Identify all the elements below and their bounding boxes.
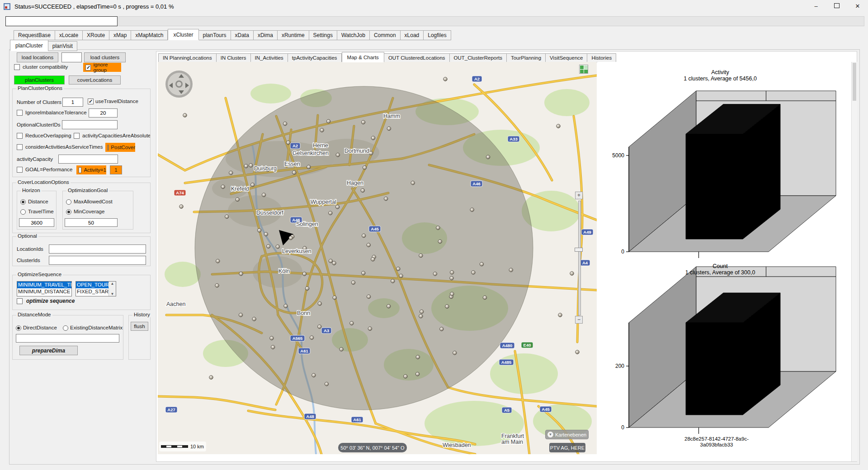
location-marker[interactable] <box>252 317 256 321</box>
location-marker[interactable] <box>419 254 423 257</box>
location-marker[interactable] <box>305 287 309 290</box>
optimize-method-listbox[interactable]: MINIMUM_TRAVEL_TIMINIMUM_DISTANCE <box>17 281 72 296</box>
location-marker[interactable] <box>351 281 355 284</box>
cover-locations-button[interactable]: coverLocations <box>69 75 121 85</box>
minimize-button[interactable]: – <box>806 0 826 13</box>
location-marker[interactable] <box>433 272 437 276</box>
horizon-value-field[interactable] <box>19 218 54 227</box>
goal-performance-checkbox[interactable] <box>17 167 23 173</box>
location-marker[interactable] <box>368 327 372 330</box>
location-marker[interactable] <box>320 128 324 132</box>
location-marker[interactable] <box>472 271 475 274</box>
optional-cluster-ids-field[interactable] <box>62 120 118 129</box>
zoom-in-button[interactable]: + <box>575 192 583 199</box>
tab-xdima[interactable]: xDima <box>254 30 278 40</box>
zoom-out-button[interactable]: − <box>575 316 583 324</box>
tab-plantours[interactable]: planTours <box>199 30 231 40</box>
max-allowed-cost-radio[interactable] <box>66 199 71 205</box>
location-marker[interactable] <box>350 321 354 325</box>
location-marker[interactable] <box>333 296 336 299</box>
zoom-slider-track[interactable] <box>578 201 581 315</box>
location-marker[interactable] <box>367 295 370 298</box>
location-marker[interactable] <box>399 274 403 277</box>
location-marker[interactable] <box>420 310 424 313</box>
activity-eq1-checkbox[interactable] <box>79 167 81 173</box>
use-travel-distance-checkbox[interactable] <box>88 99 94 104</box>
location-marker[interactable] <box>576 350 579 354</box>
map-canvas[interactable]: A74A2A2A33A46A46A45A3A565A61A480E40A485A… <box>158 62 597 454</box>
location-marker[interactable] <box>361 120 365 124</box>
location-marker[interactable] <box>332 261 336 265</box>
scroll-down-icon[interactable]: ▼ <box>111 292 114 296</box>
location-marker[interactable] <box>387 304 391 308</box>
location-marker[interactable] <box>415 372 419 376</box>
tab-out-clusterreports[interactable]: OUT_ClusterReports <box>450 53 507 62</box>
location-marker[interactable] <box>362 271 365 275</box>
location-marker[interactable] <box>183 113 187 117</box>
scrollbar-thumb[interactable] <box>853 63 856 101</box>
location-marker[interactable] <box>221 185 225 188</box>
location-marker[interactable] <box>404 375 407 378</box>
location-marker[interactable] <box>326 119 330 123</box>
location-marker[interactable] <box>450 271 454 274</box>
imbalance-tolerance-field[interactable] <box>89 108 118 118</box>
list-item[interactable]: MINIMUM_TRAVEL_TI <box>17 282 71 288</box>
scroll-up-icon[interactable]: ▲ <box>111 282 114 286</box>
location-marker[interactable] <box>307 165 311 169</box>
ignore-imbalance-checkbox[interactable] <box>17 110 23 116</box>
tab-in-planninglocations[interactable]: IN PlanningLocations <box>158 53 217 62</box>
location-marker[interactable] <box>387 127 391 130</box>
location-marker[interactable] <box>438 240 442 243</box>
prepare-dima-button[interactable]: prepareDima <box>19 346 78 355</box>
load-locations-button[interactable]: load locations <box>17 52 58 62</box>
location-marker[interactable] <box>557 124 560 128</box>
tab-xload[interactable]: xLoad <box>401 30 424 40</box>
location-marker[interactable] <box>570 272 574 275</box>
location-marker[interactable] <box>445 305 449 308</box>
location-marker[interactable] <box>292 171 296 174</box>
activity-capacities-absolute-checkbox[interactable] <box>74 133 80 139</box>
location-marker[interactable] <box>258 229 261 232</box>
post-cover-toggle[interactable]: PostCover <box>105 143 135 152</box>
tab-logfiles[interactable]: Logfiles <box>424 30 451 40</box>
optimize-sequence-checkbox[interactable] <box>17 298 23 304</box>
location-marker[interactable] <box>480 262 483 266</box>
tab-histories[interactable]: Histories <box>587 53 616 62</box>
location-ids-field[interactable] <box>49 244 146 254</box>
location-marker[interactable] <box>340 348 343 351</box>
location-marker[interactable] <box>264 232 268 236</box>
location-marker[interactable] <box>270 336 274 340</box>
location-marker[interactable] <box>239 313 242 317</box>
list-item[interactable]: FIXED_START <box>76 288 109 295</box>
tab-map-charts[interactable]: Map & Charts <box>342 52 384 62</box>
location-marker[interactable] <box>302 272 306 276</box>
location-marker[interactable] <box>286 141 290 144</box>
location-marker[interactable] <box>558 313 562 317</box>
request-input[interactable] <box>5 16 118 26</box>
ignore-group-checkbox[interactable]: ✓ <box>85 65 91 70</box>
location-marker[interactable] <box>289 236 292 240</box>
location-marker[interactable] <box>371 136 375 140</box>
location-marker[interactable] <box>236 197 239 201</box>
location-marker[interactable] <box>416 355 420 359</box>
load-clusters-button[interactable]: load clusters <box>84 52 126 62</box>
tab-tourplanning[interactable]: TourPlanning <box>507 53 546 62</box>
location-marker[interactable] <box>391 279 395 283</box>
map-layers-button[interactable]: ▼ Kartenebenen <box>545 430 589 439</box>
location-marker[interactable] <box>209 376 213 379</box>
tab-settings[interactable]: Settings <box>309 30 337 40</box>
location-marker[interactable] <box>450 292 454 296</box>
location-marker[interactable] <box>384 197 388 201</box>
location-marker[interactable] <box>329 211 332 215</box>
location-marker[interactable] <box>361 188 364 192</box>
tab-common[interactable]: Common <box>370 30 401 40</box>
location-marker[interactable] <box>225 215 229 218</box>
flush-button[interactable]: flush <box>131 322 148 331</box>
activity-value-field[interactable]: 1 <box>110 165 122 174</box>
location-marker[interactable] <box>262 193 265 197</box>
tab-visitsequence[interactable]: VisitSequence <box>546 53 587 62</box>
location-marker[interactable] <box>318 302 321 306</box>
location-marker[interactable] <box>371 258 375 261</box>
post-cover-checkbox[interactable] <box>108 145 108 150</box>
pan-east-icon[interactable] <box>185 83 189 88</box>
